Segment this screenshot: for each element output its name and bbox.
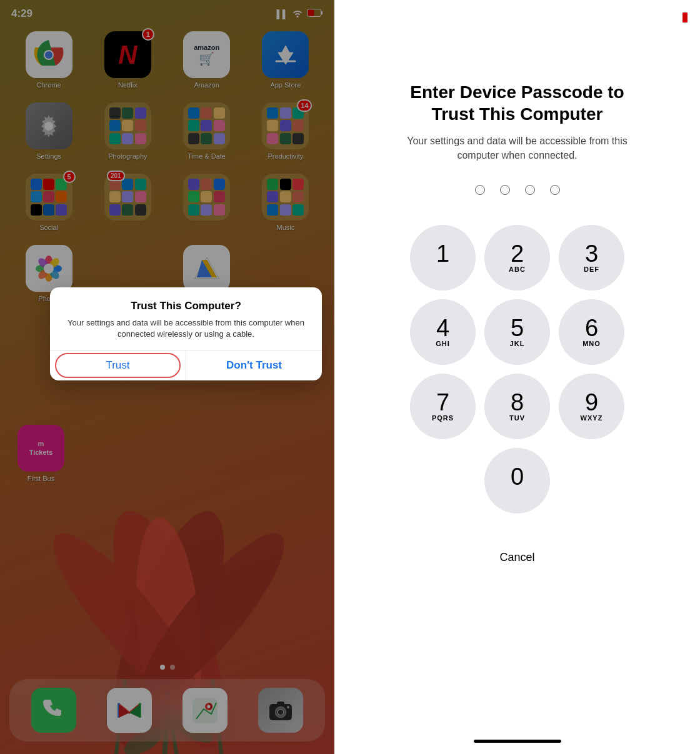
passcode-dot-3	[525, 185, 535, 195]
trust-dialog: Trust This Computer? Your settings and d…	[50, 287, 322, 380]
key-empty-right	[559, 448, 624, 513]
passcode-screen: Enter Device Passcode to Trust This Comp…	[334, 0, 700, 754]
dont-trust-button[interactable]: Don't Trust	[186, 350, 322, 380]
passcode-title: Enter Device Passcode to Trust This Comp…	[399, 81, 636, 125]
passcode-dots	[475, 185, 560, 195]
key-5[interactable]: 5 JKL	[484, 299, 550, 365]
key-empty-left	[410, 448, 476, 513]
key-1[interactable]: 1	[410, 225, 476, 290]
key-8[interactable]: 8 TUV	[484, 374, 550, 439]
trust-title: Trust This Computer?	[62, 300, 309, 312]
key-6[interactable]: 6 MNO	[559, 299, 624, 365]
passcode-dot-4	[550, 185, 560, 195]
keypad: 1 2 ABC 3 DEF 4 GHI 5 JKL 6 MNO	[410, 225, 624, 513]
cancel-button[interactable]: Cancel	[499, 551, 534, 564]
key-9[interactable]: 9 WXYZ	[559, 374, 624, 439]
key-4[interactable]: 4 GHI	[410, 299, 476, 365]
trust-button[interactable]: Trust	[50, 350, 186, 380]
battery-indicator	[682, 12, 688, 22]
passcode-dot-2	[500, 185, 510, 195]
passcode-content: Enter Device Passcode to Trust This Comp…	[334, 0, 700, 564]
home-indicator	[474, 740, 561, 743]
key-0[interactable]: 0	[484, 448, 550, 513]
key-2[interactable]: 2 ABC	[484, 225, 550, 290]
phone-screen: 4:29 ▌▌	[0, 0, 334, 754]
passcode-dot-1	[475, 185, 485, 195]
key-7[interactable]: 7 PQRS	[410, 374, 476, 439]
passcode-subtitle: Your settings and data will be accessibl…	[405, 134, 630, 162]
key-3[interactable]: 3 DEF	[559, 225, 624, 290]
trust-body: Your settings and data will be accessibl…	[62, 317, 309, 340]
trust-buttons: Trust Don't Trust	[50, 350, 322, 380]
